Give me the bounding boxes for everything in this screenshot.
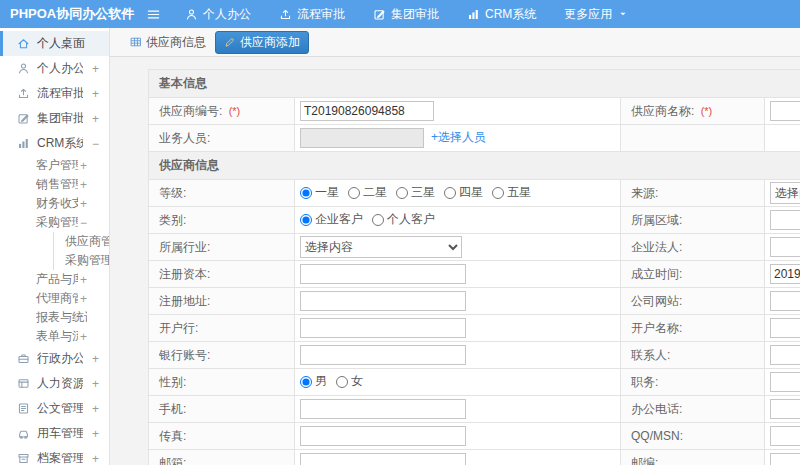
supplier-name-input[interactable] — [770, 101, 800, 121]
level-radio[interactable] — [396, 187, 408, 199]
sidebar-item-2[interactable]: 个人办公+ — [0, 56, 109, 81]
supplier-code-input[interactable] — [300, 101, 434, 121]
level-option-2[interactable]: 二星 — [348, 184, 387, 201]
sidebar-item-11[interactable]: 采购管理 — [53, 251, 109, 270]
website-input[interactable] — [770, 291, 800, 311]
legal-person-input[interactable] — [770, 237, 800, 257]
founded-date-input[interactable] — [770, 264, 800, 284]
sidebar-item-14[interactable]: 报表与统计 — [0, 308, 109, 327]
expand-toggle-icon[interactable]: + — [90, 402, 99, 416]
registered-address-input[interactable] — [300, 291, 466, 311]
fax-cell — [295, 423, 621, 450]
industry-select[interactable]: 选择内容 — [300, 236, 462, 258]
category-radio[interactable] — [300, 214, 312, 226]
expand-toggle-icon[interactable]: − — [90, 137, 99, 151]
hamburger-menu-button[interactable] — [146, 7, 161, 22]
expand-toggle-icon[interactable]: + — [78, 159, 87, 173]
expand-toggle-icon[interactable]: − — [78, 216, 87, 230]
level-option-4[interactable]: 四星 — [444, 184, 483, 201]
sidebar-item-16[interactable]: 行政办公+ — [0, 346, 109, 371]
expand-toggle-icon[interactable]: + — [78, 292, 87, 306]
expand-toggle-icon[interactable]: + — [78, 178, 87, 192]
expand-toggle-icon[interactable]: + — [90, 452, 99, 465]
gender-radio[interactable] — [300, 376, 312, 388]
nav-item-2[interactable]: 流程审批 — [279, 6, 345, 23]
nav-item-label: 流程审批 — [297, 6, 345, 23]
level-radio[interactable] — [348, 187, 360, 199]
source-label: 来源: — [621, 180, 765, 207]
bank-cell — [295, 315, 621, 342]
office-phone-input[interactable] — [770, 399, 800, 419]
sidebar-item-7[interactable]: 销售管理+ — [0, 175, 109, 194]
expand-toggle-icon[interactable]: + — [90, 352, 99, 366]
sidebar-item-6[interactable]: 客户管理+ — [0, 156, 109, 175]
mobile-label: 手机: — [149, 396, 295, 423]
level-radio[interactable] — [300, 187, 312, 199]
sidebar-item-8[interactable]: 财务收支+ — [0, 194, 109, 213]
expand-toggle-icon[interactable]: + — [90, 62, 99, 76]
bank-input[interactable] — [300, 318, 466, 338]
category-option-1[interactable]: 企业客户 — [300, 211, 363, 228]
sidebar-item-5[interactable]: CRM系统− — [0, 131, 109, 156]
nav-item-5[interactable]: 更多应用 — [564, 6, 629, 23]
qq-msn-input[interactable] — [770, 426, 800, 446]
account-name-input[interactable] — [770, 318, 800, 338]
nav-item-1[interactable]: 个人办公 — [185, 6, 251, 23]
sidebar-item-19[interactable]: 用车管理+ — [0, 421, 109, 446]
category-radio[interactable] — [372, 214, 384, 226]
gender-option-2[interactable]: 女 — [336, 373, 363, 390]
email-input[interactable] — [300, 453, 466, 465]
sidebar-item-label: 销售管理 — [36, 176, 78, 193]
gender-option-1[interactable]: 男 — [300, 373, 327, 390]
bank-account-input[interactable] — [300, 345, 466, 365]
sidebar-item-3[interactable]: 流程审批+ — [0, 81, 109, 106]
contact-input[interactable] — [770, 345, 800, 365]
expand-toggle-icon[interactable]: + — [78, 273, 87, 287]
section-title: 基本信息 — [149, 70, 800, 98]
zip-code-input[interactable] — [770, 453, 800, 465]
level-option-3[interactable]: 三星 — [396, 184, 435, 201]
fax-input[interactable] — [300, 426, 466, 446]
form-row: 等级:一星二星三星四星五星来源:选择内容 — [149, 180, 800, 207]
expand-toggle-icon[interactable]: + — [90, 427, 99, 441]
expand-toggle-icon[interactable]: + — [90, 377, 99, 391]
sidebar-item-17[interactable]: 人力资源+ — [0, 371, 109, 396]
registered-capital-input[interactable] — [300, 264, 466, 284]
fax-label: 传真: — [149, 423, 295, 450]
job-title-input[interactable] — [770, 372, 800, 392]
expand-toggle-icon[interactable]: + — [78, 330, 87, 344]
category-option-2[interactable]: 个人客户 — [372, 211, 435, 228]
mobile-input[interactable] — [300, 399, 466, 419]
sidebar-item-20[interactable]: 档案管理+ — [0, 446, 109, 465]
sidebar-item-label: 人力资源 — [37, 375, 83, 392]
supplier-name-cell — [765, 98, 800, 125]
staff-input[interactable] — [300, 128, 424, 148]
sidebar-item-12[interactable]: 产品与库存+ — [0, 270, 109, 289]
nav-item-3[interactable]: 集团审批 — [373, 6, 439, 23]
tab-2[interactable]: 供应商添加 — [215, 31, 309, 54]
main-content: 供应商信息供应商添加 基本信息供应商编号: (*)供应商名称: (*)业务人员:… — [110, 28, 800, 465]
region-input[interactable] — [770, 210, 800, 230]
sidebar-item-18[interactable]: 公文管理+ — [0, 396, 109, 421]
staff-picker-link[interactable]: +选择人员 — [431, 130, 486, 144]
level-radio[interactable] — [492, 187, 504, 199]
tab-1[interactable]: 供应商信息 — [130, 34, 206, 51]
gender-label: 性别: — [149, 369, 295, 396]
sidebar-item-9[interactable]: 采购管理− — [0, 213, 109, 232]
sidebar-item-label: 代理商管理 — [36, 290, 78, 307]
sidebar-item-4[interactable]: 集团审批+ — [0, 106, 109, 131]
sidebar-item-15[interactable]: 表单与流程设置+ — [0, 327, 109, 346]
gender-radio[interactable] — [336, 376, 348, 388]
expand-toggle-icon[interactable]: + — [90, 112, 99, 126]
sidebar-item-10[interactable]: 供应商管理 — [53, 232, 109, 251]
level-radio[interactable] — [444, 187, 456, 199]
source-select[interactable]: 选择内容 — [770, 182, 800, 204]
bank-label: 开户行: — [149, 315, 295, 342]
sidebar-item-1[interactable]: 个人桌面 — [0, 31, 109, 56]
level-option-1[interactable]: 一星 — [300, 184, 339, 201]
nav-item-4[interactable]: CRM系统 — [467, 6, 536, 23]
expand-toggle-icon[interactable]: + — [78, 197, 87, 211]
expand-toggle-icon[interactable]: + — [90, 87, 99, 101]
level-option-5[interactable]: 五星 — [492, 184, 531, 201]
sidebar-item-13[interactable]: 代理商管理+ — [0, 289, 109, 308]
